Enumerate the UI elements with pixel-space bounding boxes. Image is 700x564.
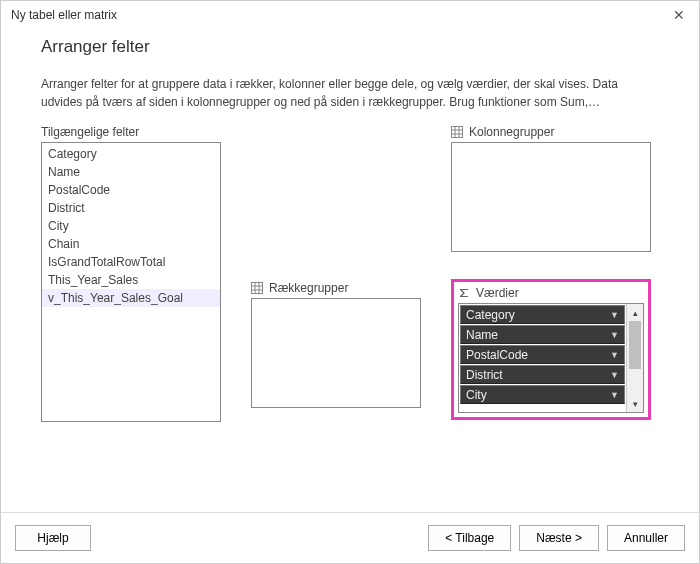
table-icon bbox=[251, 282, 263, 294]
close-icon[interactable]: ✕ bbox=[669, 7, 689, 23]
value-item[interactable]: City▼ bbox=[460, 385, 625, 404]
dropdown-icon[interactable]: ▼ bbox=[610, 310, 619, 320]
svg-rect-5 bbox=[452, 127, 463, 138]
column-groups-section: Kolonnegrupper bbox=[451, 125, 651, 281]
value-item-label: PostalCode bbox=[466, 348, 528, 362]
next-button[interactable]: Næste > bbox=[519, 525, 599, 551]
values-label: Værdier bbox=[458, 286, 644, 300]
value-item-label: District bbox=[466, 368, 503, 382]
available-fields-label: Tilgængelige felter bbox=[41, 125, 221, 139]
dropdown-icon[interactable]: ▼ bbox=[610, 390, 619, 400]
available-field-item[interactable]: This_Year_Sales bbox=[42, 271, 220, 289]
scroll-up-icon[interactable]: ▴ bbox=[627, 304, 643, 321]
value-item-label: Category bbox=[466, 308, 515, 322]
button-bar: Hjælp < Tilbage Næste > Annuller bbox=[1, 512, 699, 563]
available-fields-listbox[interactable]: CategoryNamePostalCodeDistrictCityChainI… bbox=[41, 142, 221, 422]
dropdown-icon[interactable]: ▼ bbox=[610, 350, 619, 360]
dropdown-icon[interactable]: ▼ bbox=[610, 370, 619, 380]
value-item[interactable]: Category▼ bbox=[460, 305, 625, 324]
available-field-item[interactable]: PostalCode bbox=[42, 181, 220, 199]
row-groups-label: Rækkegrupper bbox=[251, 281, 421, 295]
scroll-thumb[interactable] bbox=[629, 321, 641, 369]
layout-grid: Tilgængelige felter CategoryNamePostalCo… bbox=[41, 125, 659, 422]
page-title: Arranger felter bbox=[41, 37, 659, 57]
table-icon bbox=[451, 126, 463, 138]
cancel-button[interactable]: Annuller bbox=[607, 525, 685, 551]
back-button[interactable]: < Tilbage bbox=[428, 525, 511, 551]
available-field-item[interactable]: Category bbox=[42, 145, 220, 163]
column-groups-dropzone[interactable] bbox=[451, 142, 651, 252]
value-item-label: City bbox=[466, 388, 487, 402]
available-field-item[interactable]: Name bbox=[42, 163, 220, 181]
available-field-item[interactable]: District bbox=[42, 199, 220, 217]
available-field-item[interactable]: Chain bbox=[42, 235, 220, 253]
help-button[interactable]: Hjælp bbox=[15, 525, 91, 551]
available-field-item[interactable]: IsGrandTotalRowTotal bbox=[42, 253, 220, 271]
page-description: Arranger felter for at gruppere data i r… bbox=[41, 75, 659, 111]
values-listbox[interactable]: Category▼Name▼PostalCode▼District▼City▼ … bbox=[458, 303, 644, 413]
available-field-item[interactable]: v_This_Year_Sales_Goal bbox=[42, 289, 220, 307]
values-scrollbar[interactable]: ▴ ▾ bbox=[626, 304, 643, 412]
value-item-label: Name bbox=[466, 328, 498, 342]
row-groups-dropzone[interactable] bbox=[251, 298, 421, 408]
right-column: Kolonnegrupper Værdier Category▼Name▼Pos… bbox=[451, 125, 651, 422]
sigma-icon bbox=[458, 287, 470, 299]
titlebar: Ny tabel eller matrix ✕ bbox=[1, 1, 699, 27]
dropdown-icon[interactable]: ▼ bbox=[610, 330, 619, 340]
value-item[interactable]: Name▼ bbox=[460, 325, 625, 344]
window-title: Ny tabel eller matrix bbox=[11, 8, 117, 22]
values-section-highlight: Værdier Category▼Name▼PostalCode▼Distric… bbox=[451, 279, 651, 420]
svg-rect-0 bbox=[252, 283, 263, 294]
column-groups-label: Kolonnegrupper bbox=[451, 125, 651, 139]
value-item[interactable]: PostalCode▼ bbox=[460, 345, 625, 364]
available-field-item[interactable]: City bbox=[42, 217, 220, 235]
dialog-content: Arranger felter Arranger felter for at g… bbox=[1, 27, 699, 422]
scroll-down-icon[interactable]: ▾ bbox=[627, 395, 643, 412]
row-groups-section: Rækkegrupper bbox=[251, 281, 421, 422]
value-item[interactable]: District▼ bbox=[460, 365, 625, 384]
available-fields-section: Tilgængelige felter CategoryNamePostalCo… bbox=[41, 125, 221, 422]
